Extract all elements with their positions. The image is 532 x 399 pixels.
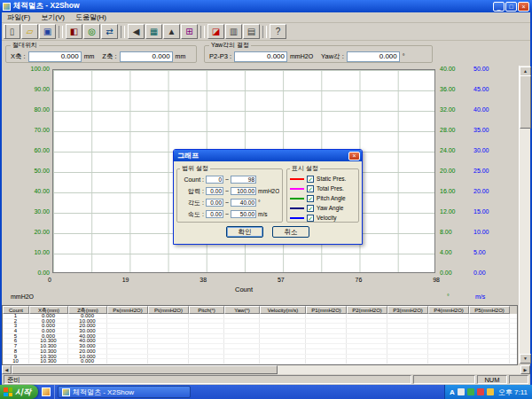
comm-port-icon[interactable]: ◧ [66,24,82,39]
tray-icon[interactable] [467,388,474,395]
series-row: ✓ Yaw Angle [290,203,356,213]
column-header[interactable]: X축(mm) [29,306,68,314]
chart-icon[interactable]: ◪ [207,24,224,39]
scroll-down-button[interactable]: ▼ [520,354,531,364]
p2-p3-label: P2-P3 : [209,52,231,60]
range-from-input[interactable]: 0.00 [206,187,223,195]
series-row: ✓ Total Pres. [290,184,356,193]
toolbar-separator[interactable] [59,26,63,38]
help-icon[interactable]: ? [270,24,286,39]
data-table: CountX축(mm)Z축(mm)Ps(mmH2O)Pt(mmH2O)Pitch… [2,305,518,365]
counter-icon[interactable]: ⊞ [181,24,198,39]
series-checkbox[interactable]: ✓ [307,195,314,202]
start-button[interactable]: 시작 [0,385,38,399]
range-row: 각도 : 0.00 ~ 40.00 ° [180,197,279,208]
x-axis-title: Count [52,286,435,293]
series-checkbox[interactable]: ✓ [307,176,314,183]
column-header[interactable]: Pitch(°) [189,306,224,314]
range-to-input[interactable]: 100.00 [231,187,256,195]
menu-bar: 파일(F)보기(V)도움말(H) [2,12,530,23]
range-separator: ~ [225,188,229,194]
close-button[interactable]: × [518,2,529,12]
column-header[interactable]: Yaw(°) [224,306,260,314]
range-label: 속도 : [180,210,204,219]
cancel-button[interactable]: 취소 [272,226,309,238]
axis-tick: 20.00 [7,229,50,236]
vertical-scrollbar[interactable]: ▲ ▼ [519,66,530,364]
range-from-input[interactable]: 0.00 [206,199,223,207]
column-header[interactable]: P5(mmH2O) [469,306,510,314]
series-color-line [290,198,304,200]
ime-indicator[interactable]: A [450,388,455,396]
scroll-left-button[interactable]: ◀ [2,365,12,374]
start-label: 시작 [15,387,31,398]
x-axis-field[interactable]: 0.000 [28,51,82,62]
range-from-input[interactable]: 0.00 [206,210,223,218]
range-to-input[interactable]: 50.00 [231,210,256,218]
menu-item[interactable]: 보기(V) [35,12,70,22]
tray-icon[interactable] [477,388,484,395]
range-from-input[interactable]: 0 [206,176,223,184]
yaw-angle-field[interactable]: 0.000 [347,51,400,62]
axis-tick: 36.00 [440,86,470,93]
series-checkbox[interactable]: ✓ [307,205,314,212]
table-header: CountX축(mm)Z축(mm)Ps(mmH2O)Pt(mmH2O)Pitch… [3,306,517,314]
save-icon[interactable]: ▣ [39,24,56,39]
scroll-right-button[interactable]: ▶ [520,365,530,374]
move-left-icon[interactable]: ◀ [128,24,145,39]
move-up-icon[interactable]: ▲ [163,24,180,39]
range-to-input[interactable]: 98 [231,176,256,184]
column-header[interactable]: P1(mmH2O) [306,306,347,314]
column-header[interactable]: Count [3,306,29,314]
traverse-icon[interactable]: ⇄ [101,24,118,39]
open-folder-icon[interactable]: ▱ [21,24,38,39]
scrollbar-thumb[interactable] [12,365,278,374]
range-to-input[interactable]: 40.00 [231,199,256,207]
axis-tick: 30.00 [7,208,50,215]
column-header[interactable]: Z축(mm) [68,306,107,314]
column-header[interactable]: P3(mmH2O) [387,306,428,314]
taskbar-window-button[interactable]: 체적멀츠 - X2Show [58,386,191,398]
table-row[interactable]: 1010.3000.000 [3,359,517,364]
range-row: 압력 : 0.00 ~ 100.00 mmH2O [180,185,279,197]
series-checkbox[interactable]: ✓ [307,185,314,192]
group-title: 표시 설정 [290,164,320,173]
column-header[interactable]: Velocity(m/s) [260,306,306,314]
menu-item[interactable]: 도움말(H) [70,12,112,22]
tray-icon[interactable] [487,388,494,395]
toolbar-separator[interactable] [200,26,205,38]
minimize-button[interactable]: _ [493,2,505,12]
right-angle-axis-ticks: 40.0036.0032.0028.0024.0020.0016.0012.00… [440,66,470,277]
maximize-button[interactable]: □ [505,2,517,12]
menu-item[interactable]: 파일(F) [2,12,35,22]
quick-launch-icon[interactable] [42,387,51,396]
scrollbar-thumb[interactable] [520,75,531,129]
range-row: 속도 : 0.00 ~ 50.00 m/s [180,208,279,220]
p2-p3-field[interactable]: 0.000 [234,51,287,62]
grid-view-icon[interactable]: ▦ [145,24,162,39]
scrollbar-track[interactable] [278,365,520,374]
ok-button[interactable]: 확인 [226,226,263,238]
column-header[interactable]: Ps(mmH2O) [107,306,148,314]
tray-icon[interactable] [458,388,465,395]
z-axis-field[interactable]: 0.000 [120,51,173,62]
print-icon[interactable]: ▤ [243,24,260,39]
axis-tick: 32.00 [440,106,470,113]
toolbar-separator[interactable] [262,26,267,38]
column-header[interactable]: P2(mmH2O) [347,306,387,314]
report-icon[interactable]: ▥ [225,24,242,39]
horizontal-scrollbar[interactable]: ◀ ▶ [2,365,530,374]
axis-tick: 76 [356,277,363,283]
axis-tick: 35.00 [473,127,504,134]
dialog-close-button[interactable]: × [348,152,360,160]
column-header[interactable]: P4(mmH2O) [428,306,469,314]
axis-tick: 8.00 [440,229,470,236]
z-axis-unit: mm [176,53,186,59]
x-axis-unit: mm [84,53,95,59]
toolbar-separator[interactable] [121,26,125,38]
column-header[interactable]: Pt(mmH2O) [148,306,189,314]
zero-set-icon[interactable]: ◎ [83,24,100,39]
axis-tick: 70.00 [7,127,50,134]
yaw-angle-label: Yaw각 : [321,52,344,61]
series-checkbox[interactable]: ✓ [307,215,314,222]
